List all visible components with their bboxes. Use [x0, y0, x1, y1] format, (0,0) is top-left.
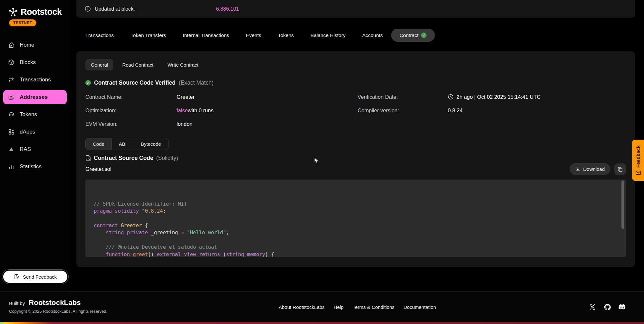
verification-date-label: Verification Date:	[358, 90, 448, 104]
codetab-abi[interactable]: ABI	[112, 138, 134, 150]
contract-name-label: Contract Name:	[85, 90, 177, 104]
subtab-label: Write Contract	[168, 62, 198, 68]
coin-icon	[8, 111, 14, 118]
verified-check-icon	[421, 32, 427, 38]
sidebar-item-label: Blocks	[20, 59, 36, 66]
source-code-block[interactable]: // SPDX-License-Identifier: MITpragma so…	[85, 180, 626, 257]
empty-cell	[358, 117, 448, 131]
sidebar-item-dapps[interactable]: dApps	[3, 125, 67, 139]
clock-icon	[448, 94, 454, 100]
tab-label: Tokens	[278, 32, 294, 38]
codetab-label: Code	[93, 141, 104, 147]
codetab-label: ABI	[119, 141, 127, 147]
footer-link-help[interactable]: Help	[334, 304, 344, 310]
sidebar-item-home[interactable]: Home	[3, 38, 67, 52]
feedback-tab-label: Feedback	[635, 145, 641, 168]
optimization-suffix: with 0 runs	[188, 107, 214, 114]
info-icon	[85, 6, 91, 12]
sidebar-item-statistics[interactable]: Statistics	[3, 160, 67, 174]
tab-label: Accounts	[362, 32, 383, 38]
feedback-envelope-icon	[636, 171, 641, 175]
codetab-label: Bytecode	[141, 141, 161, 147]
discord-icon[interactable]	[618, 303, 626, 311]
footer-socials	[589, 303, 626, 311]
send-feedback-label: Send Feedback	[23, 274, 57, 280]
codetab-code[interactable]: Code	[86, 138, 112, 150]
optimization-label: Optimization:	[85, 104, 177, 117]
footer-brand: Built by RootstockLabs Copyright © 2025 …	[9, 299, 107, 314]
copy-button[interactable]	[614, 163, 626, 175]
sidebar-item-addresses[interactable]: Addresses	[3, 90, 67, 104]
evm-version-label: EVM Version:	[85, 117, 177, 131]
sidebar-item-ras[interactable]: RAS	[3, 142, 67, 156]
sidebar-item-transactions[interactable]: Transactions	[3, 73, 67, 87]
contract-name-value: Greeter	[177, 90, 358, 104]
verification-date-value: 2h ago | Oct 02 2025 15:14:41 UTC	[448, 90, 626, 104]
sidebar-spacer	[0, 181, 70, 271]
tab-token-transfers[interactable]: Token Transfers	[122, 29, 174, 42]
subtab-write-contract[interactable]: Write Contract	[162, 59, 204, 70]
sidebar-item-tokens[interactable]: Tokens	[3, 107, 67, 122]
address-tabs: Transactions Token Transfers Internal Tr…	[77, 29, 435, 42]
verified-row: Contract Source Code Verified (Exact Mat…	[85, 79, 626, 86]
download-label: Download	[583, 166, 605, 172]
contract-subtabs: General Read Contract Write Contract	[85, 59, 626, 70]
logo-area: Rootstock TESTNET	[0, 0, 70, 26]
subtab-label: General	[91, 62, 108, 68]
code-lines: // SPDX-License-Identifier: MITpragma so…	[94, 200, 618, 257]
contract-panel: General Read Contract Write Contract Con…	[76, 51, 635, 267]
file-actions: Download	[570, 163, 626, 175]
sidebar-item-label: Statistics	[20, 163, 42, 170]
cube-icon	[8, 59, 14, 66]
file-row: Greeter.sol Download	[85, 163, 626, 175]
built-by-label: Built by	[9, 301, 25, 306]
send-feedback-button[interactable]: Send Feedback	[3, 271, 67, 283]
sidebar-item-label: Tokens	[20, 111, 37, 118]
sidebar-item-label: dApps	[20, 129, 35, 135]
subtab-general[interactable]: General	[85, 59, 113, 70]
feedback-pencil-icon	[14, 274, 20, 280]
copy-icon	[618, 167, 623, 172]
tab-label: Balance History	[311, 32, 346, 38]
triangle-icon	[8, 146, 14, 153]
compiler-label: Compiler version:	[358, 104, 448, 117]
updated-block-bar: Updated at block: 6,886,101	[76, 0, 635, 18]
home-icon	[8, 42, 14, 49]
feedback-side-tab[interactable]: Feedback	[632, 140, 644, 181]
footer: Built by RootstockLabs Copyright © 2025 …	[0, 291, 644, 322]
tab-transactions[interactable]: Transactions	[77, 29, 122, 42]
tab-events[interactable]: Events	[237, 29, 269, 42]
bar-chart-icon	[8, 163, 14, 170]
footer-link-documentation[interactable]: Documentation	[404, 304, 436, 310]
github-icon[interactable]	[603, 303, 611, 311]
file-name: Greeter.sol	[85, 166, 111, 172]
sidebar-item-label: Home	[20, 42, 34, 48]
compiler-value: 0.8.24	[448, 104, 626, 117]
block-number-link[interactable]: 6,886,101	[216, 6, 239, 12]
tab-balance-history[interactable]: Balance History	[302, 29, 354, 42]
sidebar-item-blocks[interactable]: Blocks	[3, 55, 67, 69]
updated-at-block-label: Updated at block:	[95, 6, 135, 12]
source-code-title: Contract Source Code	[94, 155, 153, 162]
optimization-value: false with 0 runs	[177, 104, 358, 117]
tab-accounts[interactable]: Accounts	[354, 29, 391, 42]
subtab-read-contract[interactable]: Read Contract	[117, 59, 159, 70]
tab-label: Token Transfers	[130, 32, 166, 38]
swap-arrows-icon	[8, 77, 14, 83]
tab-contract[interactable]: Contract	[391, 29, 435, 42]
verification-date-text: 2h ago | Oct 02 2025 15:14:41 UTC	[457, 94, 541, 100]
x-twitter-icon[interactable]	[589, 303, 596, 311]
codetab-bytecode[interactable]: Bytecode	[134, 138, 168, 150]
code-scrollbar-thumb[interactable]	[621, 181, 624, 229]
tab-label: Transactions	[85, 32, 114, 38]
sidebar-item-label: RAS	[20, 146, 31, 153]
footer-link-terms[interactable]: Terms & Conditions	[352, 304, 394, 310]
download-button[interactable]: Download	[570, 163, 610, 175]
footer-link-about[interactable]: About RootstockLabs	[279, 304, 325, 310]
tab-internal-transactions[interactable]: Internal Transactions	[174, 29, 237, 42]
rootstock-logo-icon	[8, 7, 18, 17]
tab-tokens[interactable]: Tokens	[270, 29, 302, 42]
tab-label: Internal Transactions	[183, 32, 229, 38]
brand-name: Rootstock	[21, 7, 62, 17]
file-icon	[85, 155, 91, 161]
